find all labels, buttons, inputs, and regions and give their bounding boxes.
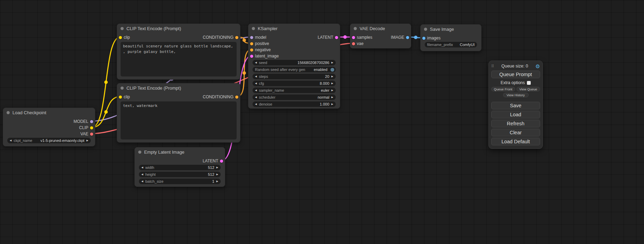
refresh-button[interactable]: Refresh <box>491 120 540 127</box>
widget-sampler_name[interactable]: ◀sampler_nameeuler▶ <box>253 88 336 93</box>
input-port-images[interactable] <box>422 37 425 40</box>
input-port-model[interactable] <box>250 36 253 39</box>
input-port-clip[interactable] <box>119 36 122 39</box>
node-titlebar[interactable]: Load Checkpoint <box>3 108 95 117</box>
decrement-arrow-icon[interactable]: ◀ <box>255 88 257 93</box>
increment-arrow-icon[interactable]: ▶ <box>332 88 333 93</box>
node-titlebar[interactable]: Empty Latent Image <box>135 147 225 156</box>
decrement-arrow-icon[interactable]: ◀ <box>141 165 143 170</box>
node-save_image: Save Imageimagesfilename_prefixComfyUI <box>420 24 482 51</box>
decrement-arrow-icon[interactable]: ◀ <box>141 172 143 177</box>
output-port-CONDITIONING[interactable] <box>235 36 238 39</box>
decrement-arrow-icon[interactable]: ◀ <box>255 74 257 79</box>
save-button[interactable]: Save <box>491 102 540 109</box>
output-port-VAE[interactable] <box>90 133 93 136</box>
widget-batch_size[interactable]: ◀batch_size1▶ <box>139 179 221 184</box>
slot-row: vae <box>350 40 411 47</box>
increment-arrow-icon[interactable]: ▶ <box>217 179 218 184</box>
node-clip_positive: CLIP Text Encode (Prompt)clipCONDITIONIN… <box>117 24 240 80</box>
increment-arrow-icon[interactable]: ▶ <box>87 138 88 143</box>
increment-arrow-icon[interactable]: ▶ <box>332 101 333 107</box>
output-port-CLIP[interactable] <box>90 126 93 129</box>
widget-random-seed-after-every-gen[interactable]: Random seed after every genenabled <box>253 67 336 72</box>
widget-width[interactable]: ◀width512▶ <box>139 165 221 170</box>
widget-filename_prefix[interactable]: filename_prefixComfyUI <box>425 42 477 47</box>
prompt-textarea[interactable]: beautiful scenery nature glass bottle la… <box>121 42 237 76</box>
decrement-arrow-icon[interactable]: ◀ <box>10 138 11 143</box>
collapse-dot-icon[interactable] <box>252 27 255 30</box>
node-clip_negative: CLIP Text Encode (Prompt)clipCONDITIONIN… <box>117 83 240 143</box>
view-history-button[interactable]: View History <box>503 93 529 97</box>
prompt-textarea[interactable]: text, watermark <box>121 101 237 139</box>
input-port-samples[interactable] <box>352 36 355 39</box>
increment-arrow-icon[interactable]: ▶ <box>332 81 333 86</box>
widget-value: v1-5-pruned-emaonly.ckpt <box>41 138 85 143</box>
node-titlebar[interactable]: CLIP Text Encode (Prompt) <box>117 24 240 33</box>
input-port-clip[interactable] <box>119 96 122 99</box>
decrement-arrow-icon[interactable]: ◀ <box>141 179 143 184</box>
settings-gear-icon[interactable]: ⚙ <box>536 64 540 69</box>
view-queue-button[interactable]: View Queue <box>517 87 540 91</box>
increment-arrow-icon[interactable]: ▶ <box>332 94 333 100</box>
slot-row: VAE <box>3 131 95 137</box>
widget-denoise[interactable]: ◀denoise1.000▶ <box>253 101 336 107</box>
extra-options-label: Extra options <box>501 80 525 85</box>
decrement-arrow-icon[interactable]: ◀ <box>255 81 257 86</box>
widget-label: cfg <box>259 81 264 85</box>
node-title: VAE Decode <box>360 26 385 31</box>
input-slot-label: latent_image <box>255 53 279 59</box>
widget-value: enabled <box>314 67 327 72</box>
output-port-IMAGE[interactable] <box>406 36 409 39</box>
output-port-LATENT[interactable] <box>220 160 223 163</box>
load-default-button[interactable]: Load Default <box>491 138 540 145</box>
increment-arrow-icon[interactable]: ▶ <box>217 172 218 177</box>
node-titlebar[interactable]: VAE Decode <box>350 24 411 33</box>
increment-arrow-icon[interactable]: ▶ <box>217 165 218 170</box>
input-port-positive[interactable] <box>250 42 253 45</box>
collapse-dot-icon[interactable] <box>121 27 124 30</box>
input-port-negative[interactable] <box>250 48 253 52</box>
input-port-vae[interactable] <box>352 42 355 45</box>
queue-small-buttons-row: Queue Front View Queue <box>491 87 540 91</box>
input-port-latent_image[interactable] <box>250 55 253 58</box>
drag-handle-icon[interactable]: ⠿ <box>491 64 494 69</box>
input-slot-label: samples <box>357 34 372 40</box>
input-slot-label: model <box>255 34 266 40</box>
node-titlebar[interactable]: CLIP Text Encode (Prompt) <box>117 83 240 92</box>
output-port-LATENT[interactable] <box>335 36 338 39</box>
widget-seed[interactable]: ◀seed156680208700286▶ <box>253 60 336 65</box>
widget-value: normal <box>318 95 329 99</box>
toggle-knob[interactable] <box>330 68 334 72</box>
input-slot-label: positive <box>255 40 269 47</box>
load-button[interactable]: Load <box>491 111 540 118</box>
slot-row: MODEL <box>3 118 95 125</box>
collapse-dot-icon[interactable] <box>424 28 427 31</box>
output-port-CONDITIONING[interactable] <box>235 96 238 99</box>
queue-prompt-button[interactable]: Queue Prompt <box>491 71 540 78</box>
widget-scheduler[interactable]: ◀schedulernormal▶ <box>253 94 336 100</box>
clear-button[interactable]: Clear <box>491 129 540 136</box>
increment-arrow-icon[interactable]: ▶ <box>332 74 333 79</box>
decrement-arrow-icon[interactable]: ◀ <box>255 101 257 107</box>
widget-cfg[interactable]: ◀cfg8.000▶ <box>253 81 336 86</box>
widget-height[interactable]: ◀height512▶ <box>139 172 221 177</box>
decrement-arrow-icon[interactable]: ◀ <box>255 60 257 65</box>
decrement-arrow-icon[interactable]: ◀ <box>255 94 257 100</box>
node-canvas[interactable]: ⠿ Queue size: 0 ⚙ Queue Prompt Extra opt… <box>0 0 644 244</box>
output-port-MODEL[interactable] <box>90 120 93 123</box>
collapse-dot-icon[interactable] <box>7 111 10 114</box>
collapse-dot-icon[interactable] <box>138 151 141 154</box>
collapse-dot-icon[interactable] <box>121 87 124 90</box>
extra-options-checkbox[interactable] <box>527 81 531 85</box>
node-titlebar[interactable]: KSampler <box>248 24 340 33</box>
widget-steps[interactable]: ◀steps20▶ <box>253 74 336 79</box>
output-slot-label: LATENT <box>318 34 333 40</box>
queue-front-button[interactable]: Queue Front <box>491 87 515 91</box>
link-midpoint-dot <box>414 36 417 39</box>
queue-action-buttons: SaveLoadRefreshClearLoad Default <box>491 102 540 145</box>
slot-row: modelLATENT <box>248 34 340 40</box>
widget-ckpt_name[interactable]: ◀ckpt_namev1-5-pruned-emaonly.ckpt▶ <box>7 138 91 143</box>
collapse-dot-icon[interactable] <box>354 27 357 30</box>
node-titlebar[interactable]: Save Image <box>421 25 481 34</box>
increment-arrow-icon[interactable]: ▶ <box>332 60 333 65</box>
